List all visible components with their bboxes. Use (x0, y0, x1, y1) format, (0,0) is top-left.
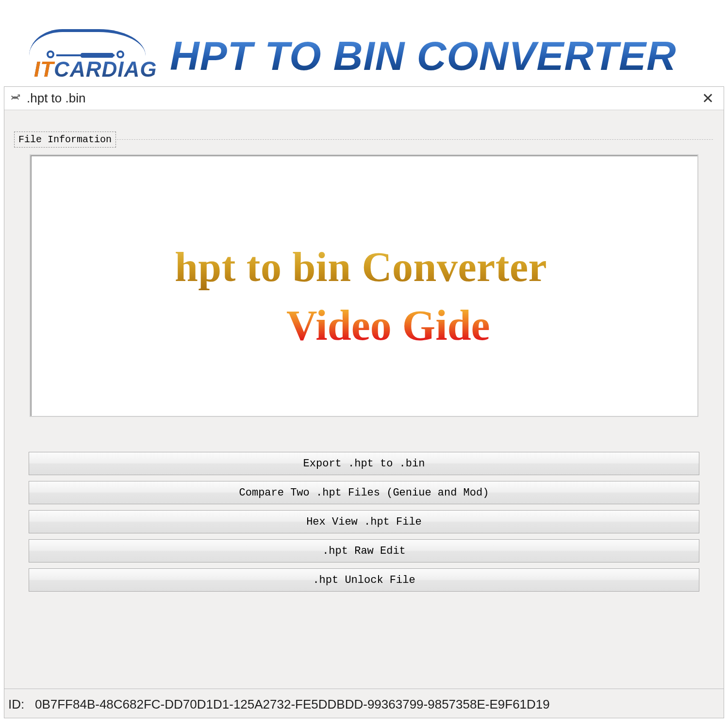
statusbar: ID: 0B7FF84B-48C682FC-DD70D1D1-125A2732-… (8, 697, 720, 712)
titlebar[interactable]: .hpt to .bin ✕ (4, 87, 724, 110)
unlock-button[interactable]: .hpt Unlock File (29, 568, 699, 592)
bottom-divider (4, 689, 724, 690)
button-column: Export .hpt to .bin Compare Two .hpt Fil… (29, 452, 699, 592)
status-id: 0B7FF84B-48C682FC-DD70D1D1-125A2732-FE5D… (35, 697, 550, 711)
overlay-title: hpt to bin Converter (175, 243, 547, 291)
brand-logo-text: ITCARDIAG (34, 57, 157, 82)
hexview-button[interactable]: Hex View .hpt File (29, 510, 699, 533)
app-icon (9, 93, 21, 104)
brand-logo-main: CARDIAG (54, 57, 157, 81)
overlay-subtitle: Video Gide (286, 301, 490, 350)
close-icon: ✕ (702, 90, 714, 107)
compare-button[interactable]: Compare Two .hpt Files (Geniue and Mod) (29, 481, 699, 504)
tab-file-information[interactable]: File Information (14, 132, 116, 148)
brand-logo: ITCARDIAG (15, 29, 160, 83)
window-title: .hpt to .bin (27, 91, 85, 106)
close-button[interactable]: ✕ (696, 87, 719, 110)
app-window: .hpt to .bin ✕ File Information Export .… (4, 86, 724, 718)
rawedit-button[interactable]: .hpt Raw Edit (29, 539, 699, 563)
window-client: File Information Export .hpt to .bin Com… (4, 110, 724, 718)
export-button[interactable]: Export .hpt to .bin (29, 452, 699, 475)
brand-row: ITCARDIAG HPT TO BIN CONVERTER (15, 29, 723, 83)
brand-logo-prefix: IT (34, 57, 54, 81)
headline-line1: HPT TO BIN CONVERTER (170, 35, 677, 76)
status-prefix: ID: (8, 697, 24, 711)
